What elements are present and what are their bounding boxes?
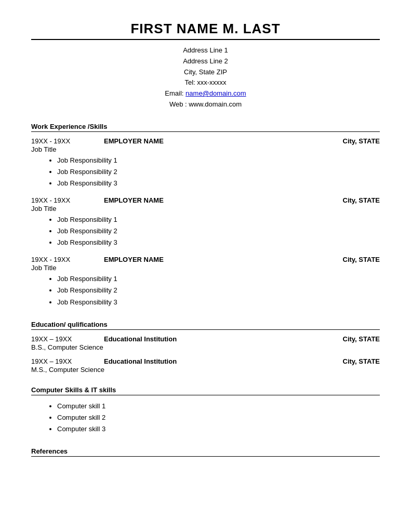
education-section: Education/ qulifications 19XX – 19XX Edu… xyxy=(31,321,380,374)
education-title: Education/ qulifications xyxy=(31,321,380,328)
references-section: References xyxy=(31,447,380,457)
web: Web : www.domain.com xyxy=(31,99,380,110)
list-item: Job Responsibility 2 xyxy=(57,225,380,237)
list-item: Computer skill 1 xyxy=(57,401,380,412)
job-entry-1: 19XX - 19XX EMPLOYER NAME City, STATE Jo… xyxy=(31,137,380,189)
edu-location-1: City, STATE xyxy=(343,335,380,343)
computer-skills-section: Computer Skills & IT skills Computer ski… xyxy=(31,386,380,435)
work-experience-divider xyxy=(31,131,380,132)
list-item: Job Responsibility 2 xyxy=(57,285,380,296)
edu-degree-1: B.S., Computer Science xyxy=(31,343,380,351)
edu-entry-1: 19XX – 19XX Educational Institution City… xyxy=(31,335,380,351)
edu-degree-2: M.S., Computer Science xyxy=(31,366,380,374)
job-entry-2: 19XX - 19XX EMPLOYER NAME City, STATE Jo… xyxy=(31,196,380,248)
list-item: Job Responsibility 1 xyxy=(57,273,380,285)
resume-container: FIRST NAME M. LAST Address Line 1 Addres… xyxy=(31,21,380,457)
list-item: Computer skill 2 xyxy=(57,412,380,423)
job-dates-1: 19XX - 19XX xyxy=(31,137,88,145)
list-item: Computer skill 3 xyxy=(57,423,380,435)
job-entry-3: 19XX - 19XX EMPLOYER NAME City, STATE Jo… xyxy=(31,256,380,308)
job-location-3: City, STATE xyxy=(343,256,380,263)
work-experience-section: Work Experience /Skills 19XX - 19XX EMPL… xyxy=(31,123,380,308)
work-experience-title: Work Experience /Skills xyxy=(31,123,380,130)
education-divider xyxy=(31,329,380,330)
job-location-1: City, STATE xyxy=(343,137,380,145)
contact-info: Address Line 1 Address Line 2 City, Stat… xyxy=(31,45,380,110)
full-name: FIRST NAME M. LAST xyxy=(31,21,380,37)
name-divider xyxy=(31,39,380,40)
list-item: Job Responsibility 1 xyxy=(57,214,380,225)
job-header-1: 19XX - 19XX EMPLOYER NAME City, STATE xyxy=(31,137,380,145)
city-state-zip: City, State ZIP xyxy=(31,67,380,78)
employer-name-1: EMPLOYER NAME xyxy=(88,137,343,145)
email-link[interactable]: name@domain.com xyxy=(185,89,246,97)
edu-header-1: 19XX – 19XX Educational Institution City… xyxy=(31,335,380,343)
references-divider xyxy=(31,456,380,457)
list-item: Job Responsibility 3 xyxy=(57,297,380,308)
job-title-3: Job Title xyxy=(31,264,380,272)
computer-skills-title: Computer Skills & IT skills xyxy=(31,386,380,394)
email-line: Email: name@domain.com xyxy=(31,88,380,99)
email-label: Email: xyxy=(165,89,185,97)
job-dates-3: 19XX - 19XX xyxy=(31,256,88,263)
edu-institution-1: Educational Institution xyxy=(88,335,343,343)
employer-name-2: EMPLOYER NAME xyxy=(88,196,343,204)
responsibilities-3: Job Responsibility 1 Job Responsibility … xyxy=(31,273,380,308)
address-line2: Address Line 2 xyxy=(31,56,380,67)
list-item: Job Responsibility 2 xyxy=(57,166,380,178)
list-item: Job Responsibility 3 xyxy=(57,178,380,189)
job-header-3: 19XX - 19XX EMPLOYER NAME City, STATE xyxy=(31,256,380,263)
list-item: Job Responsibility 3 xyxy=(57,237,380,248)
job-title-1: Job Title xyxy=(31,145,380,153)
edu-location-2: City, STATE xyxy=(343,357,380,365)
edu-entry-2: 19XX – 19XX Educational Institution City… xyxy=(31,357,380,374)
responsibilities-2: Job Responsibility 1 Job Responsibility … xyxy=(31,214,380,248)
address-line1: Address Line 1 xyxy=(31,45,380,56)
employer-name-3: EMPLOYER NAME xyxy=(88,256,343,263)
skills-list: Computer skill 1 Computer skill 2 Comput… xyxy=(31,401,380,435)
edu-institution-2: Educational Institution xyxy=(88,357,343,365)
tel: Tel: xxx-xxxxx xyxy=(31,77,380,88)
computer-skills-divider xyxy=(31,395,380,395)
responsibilities-1: Job Responsibility 1 Job Responsibility … xyxy=(31,155,380,189)
edu-dates-2: 19XX – 19XX xyxy=(31,357,88,365)
header-section: FIRST NAME M. LAST Address Line 1 Addres… xyxy=(31,21,380,110)
job-header-2: 19XX - 19XX EMPLOYER NAME City, STATE xyxy=(31,196,380,204)
edu-dates-1: 19XX – 19XX xyxy=(31,335,88,343)
list-item: Job Responsibility 1 xyxy=(57,155,380,166)
references-title: References xyxy=(31,447,380,455)
edu-header-2: 19XX – 19XX Educational Institution City… xyxy=(31,357,380,365)
job-title-2: Job Title xyxy=(31,205,380,212)
job-dates-2: 19XX - 19XX xyxy=(31,196,88,204)
job-location-2: City, STATE xyxy=(343,196,380,204)
